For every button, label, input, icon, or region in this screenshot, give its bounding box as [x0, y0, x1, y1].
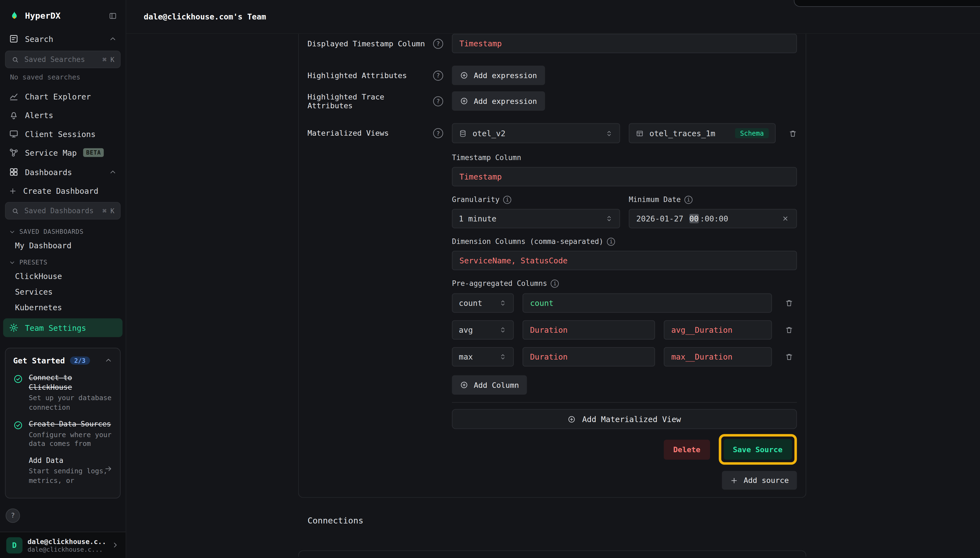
add-expression-button[interactable]: Add expression [452, 91, 545, 111]
help-circle-icon[interactable]: ? [433, 38, 443, 49]
sidebar-item-dashboards[interactable]: Dashboards [0, 162, 126, 182]
plus-circle-icon [568, 415, 576, 423]
dashboards-icon [9, 167, 19, 177]
sidebar-item-services[interactable]: Services [0, 284, 126, 300]
saved-dashboards-input[interactable]: Saved Dashboards ⌘ K [5, 202, 121, 220]
form-actions: Delete Save Source [308, 434, 797, 465]
granularity-select[interactable]: 1 minute [452, 209, 620, 228]
minimum-date-label: Minimum Date [629, 195, 681, 204]
displayed-timestamp-value: Timestamp [459, 39, 502, 48]
agg-alias-input[interactable]: avg__Duration [664, 320, 772, 340]
gear-icon [9, 323, 19, 333]
get-started-step-sources[interactable]: Create Data Sources Configure where your… [13, 419, 113, 449]
search-icon [11, 207, 20, 215]
add-source-label: Add source [744, 476, 789, 485]
chevron-up-icon[interactable] [104, 356, 113, 365]
mv-table-select[interactable]: otel_traces_1m Schema [629, 123, 775, 143]
delete-row-button[interactable] [780, 295, 797, 311]
table-icon [636, 129, 644, 137]
agg-expression-input[interactable]: Duration [523, 320, 655, 340]
sidebar-collapse-button[interactable] [109, 11, 117, 20]
sidebar-item-search[interactable]: Search [0, 29, 126, 49]
agg-row-max: max Duration max__Duration [452, 347, 797, 367]
step-desc: Start sending logs, metrics, or [29, 467, 113, 486]
minimum-date-input[interactable]: 2026-01-27 00:00:00 [629, 209, 797, 228]
get-started-step-add-data[interactable]: Add Data Start sending logs, metrics, or [13, 456, 113, 486]
dimension-columns-value: ServiceName, StatusCode [459, 256, 568, 265]
displayed-timestamp-input[interactable]: Timestamp [452, 34, 797, 53]
connections-panel [298, 550, 807, 556]
sidebar-item-client-sessions[interactable]: Client Sessions [0, 125, 126, 143]
saved-searches-input[interactable]: Saved Searches ⌘ K [5, 51, 121, 68]
agg-fn-select[interactable]: avg [452, 320, 514, 340]
agg-row-count: count count [452, 293, 797, 313]
select-chevrons-icon [605, 215, 613, 223]
sidebar-item-chart-explorer[interactable]: Chart Explorer [0, 87, 126, 105]
get-started-step-connect[interactable]: Connect to ClickHouse Set up your databa… [13, 373, 113, 412]
save-source-button[interactable]: Save Source [723, 439, 792, 460]
app-name: HyperDX [25, 11, 104, 21]
save-highlight-ring: Save Source [718, 434, 797, 465]
help-circle-icon[interactable]: ? [433, 71, 443, 80]
schema-badge[interactable]: Schema [735, 128, 769, 138]
dimension-columns-input[interactable]: ServiceName, StatusCode [452, 251, 797, 270]
step-desc: Set up your database connection [29, 394, 113, 412]
add-materialized-view-button[interactable]: Add Materialized View [452, 409, 797, 429]
add-column-button[interactable]: Add Column [452, 375, 527, 395]
agg-expression-input[interactable]: count [523, 293, 772, 313]
sidebar-item-alerts[interactable]: Alerts [0, 106, 126, 125]
add-expression-button[interactable]: Add expression [452, 66, 545, 85]
group-presets[interactable]: PRESETS [0, 253, 126, 268]
create-dashboard-button[interactable]: Create Dashboard [0, 182, 126, 200]
mv-database-select[interactable]: otel_v2 [452, 123, 620, 143]
sidebar-item-service-map[interactable]: Service Map BETA [0, 143, 126, 162]
add-source-button[interactable]: Add source [722, 471, 797, 489]
minimum-date-rest: :00:00 [700, 214, 728, 223]
group-saved-dashboards-label: SAVED DASHBOARDS [20, 228, 83, 235]
content: Displayed Timestamp Column ? Timestamp H… [126, 34, 980, 558]
help-button[interactable]: ? [6, 509, 20, 523]
user-menu[interactable]: D dale@clickhouse.c... dale@clickhouse.c… [0, 532, 126, 558]
sidebar-item-team-settings[interactable]: Team Settings [3, 318, 123, 337]
clear-date-button[interactable] [781, 215, 790, 223]
sidebar-item-my-dashboard[interactable]: My Dashboard [0, 238, 126, 253]
sidebar-item-clickhouse[interactable]: ClickHouse [0, 268, 126, 284]
delete-source-button[interactable]: Delete [664, 439, 710, 460]
agg-fn-select[interactable]: count [452, 293, 514, 313]
help-circle-icon[interactable]: ? [433, 128, 443, 138]
check-circle-icon [13, 420, 23, 449]
question-icon: ? [11, 512, 15, 520]
sidebar: HyperDX Search Saved Searches ⌘ K No [0, 0, 126, 558]
step-title: Connect to ClickHouse [29, 373, 113, 392]
group-saved-dashboards[interactable]: SAVED DASHBOARDS [0, 223, 126, 238]
client-sessions-label: Client Sessions [25, 129, 96, 138]
mv-table-value: otel_traces_1m [650, 128, 715, 138]
divider [452, 402, 797, 403]
trash-icon [785, 326, 793, 334]
agg-fn-select[interactable]: max [452, 347, 514, 367]
minimum-date-hour-segment[interactable]: 00 [689, 214, 699, 223]
collapse-sidebar-icon [109, 11, 117, 20]
sidebar-header: HyperDX [0, 0, 126, 29]
mv-timestamp-column-input[interactable]: Timestamp [452, 167, 797, 186]
mv-timestamp-column-label: Timestamp Column [452, 153, 521, 162]
app-root: HyperDX Search Saved Searches ⌘ K No [0, 0, 980, 558]
chevron-up-icon[interactable] [109, 168, 117, 176]
delete-view-button[interactable] [784, 125, 801, 141]
chart-icon [9, 91, 19, 102]
select-chevrons-icon [499, 326, 507, 334]
check-circle-icon [13, 374, 23, 412]
database-icon [459, 129, 467, 137]
chevron-right-icon [111, 541, 119, 549]
delete-row-button[interactable] [780, 349, 797, 365]
mv-database-value: otel_v2 [473, 128, 506, 138]
agg-alias-input[interactable]: max__Duration [664, 347, 772, 367]
chevron-up-icon[interactable] [109, 35, 117, 43]
delete-row-button[interactable] [780, 322, 797, 338]
agg-expression-value: Duration [530, 325, 568, 335]
plus-icon [9, 187, 17, 195]
help-circle-icon[interactable]: ? [433, 96, 443, 106]
agg-expression-input[interactable]: Duration [523, 347, 655, 367]
agg-expression-value: Duration [530, 352, 568, 361]
sidebar-item-kubernetes[interactable]: Kubernetes [0, 300, 126, 315]
